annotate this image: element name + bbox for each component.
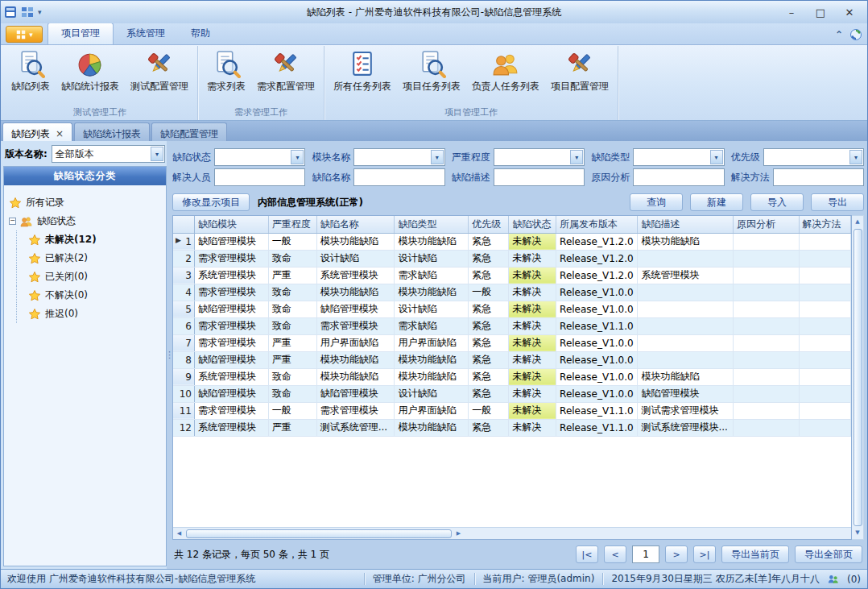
- grid-cell[interactable]: 系统管理模块: [194, 368, 268, 385]
- prev-page-button[interactable]: <: [604, 545, 626, 563]
- scroll-down-icon[interactable]: ▼: [855, 527, 859, 539]
- tree-item-4[interactable]: 已关闭(0): [16, 268, 163, 286]
- grid-cell[interactable]: 紧急: [469, 351, 509, 368]
- grid-cell[interactable]: 需求缺陷: [395, 317, 469, 334]
- grid-cell[interactable]: [799, 301, 851, 317]
- collapse-ribbon-icon[interactable]: ⌃: [835, 29, 843, 40]
- grid-cell[interactable]: 用户界面缺陷: [395, 402, 469, 419]
- export-button[interactable]: 导出: [811, 193, 864, 211]
- grid-cell[interactable]: 严重: [268, 267, 316, 284]
- ribbon-item-2-1[interactable]: 项目任务列表: [397, 48, 466, 96]
- grid-cell[interactable]: [733, 419, 799, 436]
- grid-cell[interactable]: 缺陷管理模块: [316, 385, 395, 402]
- filter-field-input[interactable]: [634, 169, 723, 185]
- column-header-9[interactable]: 解决方法: [799, 216, 851, 233]
- grid-cell[interactable]: 严重: [268, 419, 316, 436]
- ribbon-item-1-0[interactable]: 需求列表: [201, 48, 251, 96]
- grid-horizontal-scrollbar[interactable]: ◀ ▶: [173, 527, 851, 539]
- version-select[interactable]: 全部版本 ▾: [52, 145, 165, 163]
- grid-cell[interactable]: 致命: [268, 250, 316, 267]
- grid-cell[interactable]: 需求管理模块: [316, 317, 395, 334]
- grid-cell[interactable]: 需求管理模块: [194, 317, 268, 334]
- table-row[interactable]: 2需求管理模块致命设计缺陷设计缺陷紧急未解决Release_V1.2.0: [173, 250, 851, 267]
- column-header-3[interactable]: 缺陷类型: [395, 216, 469, 233]
- dropdown-arrow-icon[interactable]: ▾: [570, 150, 583, 164]
- filter-dropdown-row1-3[interactable]: ▾: [633, 148, 724, 166]
- column-header-2[interactable]: 缺陷名称: [316, 216, 395, 233]
- grid-cell[interactable]: 致命: [268, 301, 316, 317]
- grid-cell[interactable]: 未解决: [509, 284, 556, 301]
- grid-cell[interactable]: 紧急: [469, 368, 509, 385]
- tree-item-0[interactable]: 所有记录: [7, 193, 163, 212]
- grid-cell[interactable]: 模块功能缺陷: [638, 233, 733, 250]
- grid-cell[interactable]: [638, 301, 733, 317]
- ribbon-item-2-3[interactable]: 项目配置管理: [545, 48, 614, 96]
- application-menu-button[interactable]: ▾: [6, 26, 43, 43]
- grid-cell[interactable]: 致命: [268, 317, 316, 334]
- modify-columns-button[interactable]: 修改显示项目: [172, 193, 250, 211]
- grid-cell[interactable]: Release_V1.1.0: [556, 419, 638, 436]
- page-number-input[interactable]: [632, 545, 659, 563]
- grid-cell[interactable]: [638, 334, 733, 351]
- grid-cell[interactable]: Release_V1.1.0: [556, 402, 638, 419]
- grid-cell[interactable]: 缺陷管理模块: [194, 385, 268, 402]
- column-header-7[interactable]: 缺陷描述: [638, 216, 733, 233]
- grid-cell[interactable]: 缺陷管理模块: [194, 351, 268, 368]
- tree-item-6[interactable]: 推迟(0): [16, 305, 163, 323]
- filter-dropdown-row1-2[interactable]: ▾: [494, 148, 585, 166]
- quick-access-dropdown-icon[interactable]: ▾: [38, 8, 42, 16]
- tab-close-icon[interactable]: ×: [56, 130, 64, 138]
- grid-cell[interactable]: [733, 368, 799, 385]
- export-current-page-button[interactable]: 导出当前页: [721, 545, 789, 563]
- column-header-5[interactable]: 缺陷状态: [509, 216, 556, 233]
- column-header-6[interactable]: 所属发布版本: [556, 216, 638, 233]
- grid-cell[interactable]: 缺陷管理模块: [194, 301, 268, 317]
- grid-cell[interactable]: Release_V1.0.0: [556, 351, 638, 368]
- tree-item-1[interactable]: −缺陷状态: [7, 212, 163, 230]
- ribbon-item-1-1[interactable]: 需求配置管理: [251, 48, 320, 96]
- filter-dropdown-row1-1[interactable]: ▾: [353, 148, 444, 166]
- grid-cell[interactable]: 模块功能缺陷: [316, 284, 395, 301]
- ribbon-item-0-0[interactable]: 缺陷列表: [6, 48, 56, 96]
- grid-cell[interactable]: 紧急: [469, 317, 509, 334]
- grid-cell[interactable]: 需求管理模块: [194, 334, 268, 351]
- grid-cell[interactable]: 严重: [268, 334, 316, 351]
- grid-cell[interactable]: 紧急: [469, 267, 509, 284]
- dropdown-arrow-icon[interactable]: ▾: [431, 150, 444, 164]
- column-header-4[interactable]: 优先级: [469, 216, 509, 233]
- grid-cell[interactable]: 系统管理模块: [638, 267, 733, 284]
- grid-cell[interactable]: 紧急: [469, 334, 509, 351]
- table-row[interactable]: 6需求管理模块致命需求管理模块需求缺陷紧急未解决Release_V1.1.0: [173, 317, 851, 334]
- version-dropdown-icon[interactable]: ▾: [151, 147, 163, 161]
- grid-cell[interactable]: [799, 385, 851, 402]
- table-row[interactable]: 7需求管理模块严重用户界面缺陷用户界面缺陷紧急未解决Release_V1.0.0: [173, 334, 851, 351]
- grid-cell[interactable]: 未解决: [509, 351, 556, 368]
- grid-cell[interactable]: Release_V1.1.0: [556, 317, 638, 334]
- next-page-button[interactable]: >: [665, 545, 688, 563]
- grid-cell[interactable]: 未解决: [509, 301, 556, 317]
- refresh-globe-icon[interactable]: [849, 28, 862, 41]
- grid-cell[interactable]: 缺陷管理模块: [316, 301, 395, 317]
- grid-cell[interactable]: 模块功能缺陷: [316, 233, 395, 250]
- grid-cell[interactable]: 测试系统管理模块...: [638, 419, 733, 436]
- table-row[interactable]: ▶1缺陷管理模块一般模块功能缺陷模块功能缺陷紧急未解决Release_V1.2.…: [173, 233, 851, 250]
- import-button[interactable]: 导入: [750, 193, 804, 211]
- grid-cell[interactable]: [638, 250, 733, 267]
- grid-cell[interactable]: [799, 233, 851, 250]
- document-tab-0[interactable]: 缺陷列表×: [2, 122, 72, 141]
- grid-cell[interactable]: [733, 250, 799, 267]
- filter-dropdown-row1-0[interactable]: ▾: [214, 148, 305, 166]
- grid-cell[interactable]: 严重: [268, 351, 316, 368]
- grid-cell[interactable]: 一般: [268, 233, 316, 250]
- dropdown-arrow-icon[interactable]: ▾: [291, 150, 304, 164]
- tree-item-5[interactable]: 不解决(0): [16, 286, 163, 305]
- grid-cell[interactable]: 致命: [268, 385, 316, 402]
- filter-input-row2-0[interactable]: [214, 168, 305, 186]
- grid-cell[interactable]: Release_V1.2.0: [556, 233, 638, 250]
- grid-cell[interactable]: [799, 419, 851, 436]
- grid-cell[interactable]: 系统管理模块: [194, 267, 268, 284]
- query-button[interactable]: 查询: [630, 193, 683, 211]
- grid-cell[interactable]: 设计缺陷: [395, 385, 469, 402]
- filter-input-row2-3[interactable]: [633, 168, 724, 186]
- grid-cell[interactable]: Release_V1.0.0: [556, 284, 638, 301]
